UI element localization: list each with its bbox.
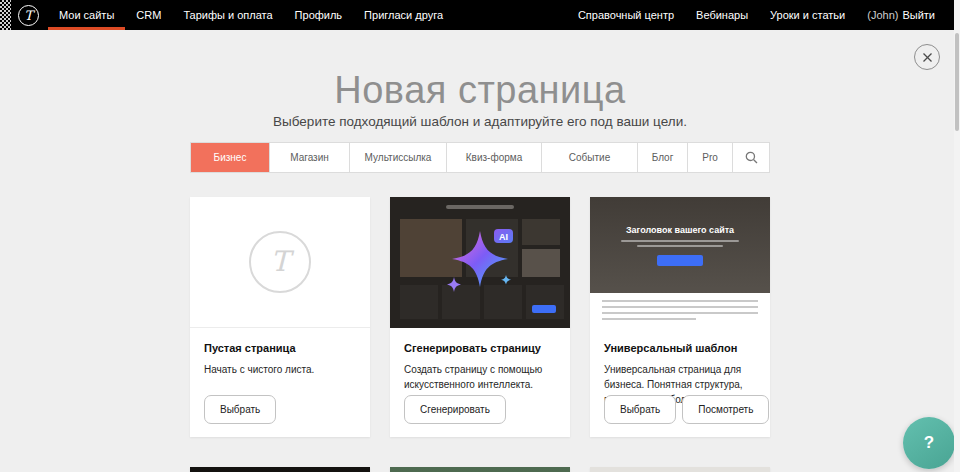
- tab-quiz-form[interactable]: Квиз-форма: [447, 143, 542, 172]
- preview-universal-button[interactable]: Посмотреть: [682, 395, 769, 424]
- nav-my-sites[interactable]: Мои сайты: [48, 0, 125, 30]
- card-title: Пустая страница: [204, 342, 356, 354]
- generate-button[interactable]: Сгенерировать: [404, 395, 506, 424]
- nav-webinars[interactable]: Вебинары: [685, 0, 759, 30]
- main-nav: Мои сайты CRM Тарифы и оплата Профиль Пр…: [48, 0, 454, 30]
- ai-preview-collage: AI: [390, 197, 570, 328]
- nav-profile[interactable]: Профиль: [284, 0, 354, 30]
- tab-store[interactable]: Магазин: [270, 143, 350, 172]
- text-placeholder-line: [621, 240, 739, 242]
- text-placeholder-line: [602, 318, 696, 320]
- tilda-mark-icon: T: [249, 231, 311, 293]
- template-card-blank: T Пустая страница Начать с чистого листа…: [190, 197, 370, 437]
- nav-invite-friend[interactable]: Пригласи друга: [353, 0, 454, 30]
- choose-universal-button[interactable]: Выбрать: [604, 395, 676, 424]
- template-hero-button: [657, 255, 703, 266]
- text-placeholder-line: [602, 306, 758, 308]
- ai-badge: AI: [494, 229, 513, 243]
- ai-generate-preview[interactable]: AI: [390, 197, 570, 328]
- template-hero-heading: Заголовок вашего сайта: [626, 225, 734, 235]
- scrollbar-thumb[interactable]: [955, 33, 959, 131]
- template-preview-image: [190, 467, 370, 472]
- template-card-partial[interactable]: [190, 467, 370, 472]
- template-category-tabs: Бизнес Магазин Мультиссылка Квиз-форма С…: [190, 142, 770, 173]
- help-question-icon: ?: [924, 433, 934, 453]
- svg-text:AI: AI: [499, 232, 508, 242]
- nav-pricing[interactable]: Тарифы и оплата: [172, 0, 283, 30]
- template-preview-image: [390, 467, 570, 472]
- page-subtitle: Выберите подходящий шаблон и адаптируйте…: [0, 114, 960, 130]
- template-text-block: [590, 293, 770, 328]
- nav-crm[interactable]: CRM: [125, 0, 172, 30]
- tab-event[interactable]: Событие: [542, 143, 638, 172]
- scrollbar-track[interactable]: [954, 0, 960, 472]
- page-title: Новая страница: [0, 72, 960, 108]
- tab-blog[interactable]: Блог: [638, 143, 688, 172]
- logout-label: Выйти: [902, 9, 935, 21]
- help-widget-button[interactable]: ?: [903, 417, 955, 469]
- text-placeholder-line: [602, 312, 758, 314]
- search-icon: [745, 151, 758, 164]
- tab-search[interactable]: [733, 143, 769, 172]
- card-description: Начать с чистого листа.: [204, 362, 356, 377]
- universal-template-preview[interactable]: Заголовок вашего сайта: [590, 197, 770, 328]
- card-title: Сгенерировать страницу: [404, 342, 556, 354]
- tilda-logo[interactable]: T: [18, 5, 39, 26]
- tab-pro[interactable]: Pro: [688, 143, 733, 172]
- blank-page-preview[interactable]: T: [190, 197, 370, 328]
- new-page-dialog: Новая страница Выберите подходящий шабло…: [0, 30, 960, 472]
- template-card-partial[interactable]: [390, 467, 570, 472]
- tab-business[interactable]: Бизнес: [191, 143, 270, 172]
- topbar: T Мои сайты CRM Тарифы и оплата Профиль …: [0, 0, 960, 30]
- secondary-nav: Справочный центр Вебинары Уроки и статьи…: [567, 0, 946, 30]
- text-placeholder-line: [637, 245, 723, 247]
- card-description: Создать страницу с помощью искусственног…: [404, 362, 556, 392]
- template-hero: Заголовок вашего сайта: [590, 197, 770, 293]
- nav-logout[interactable]: (John) Выйти: [856, 0, 946, 30]
- template-grid: T Пустая страница Начать с чистого листа…: [190, 197, 770, 472]
- close-dialog-button[interactable]: [914, 44, 940, 70]
- nav-help-center[interactable]: Справочный центр: [567, 0, 685, 30]
- account-name: (John): [867, 9, 898, 21]
- nav-lessons[interactable]: Уроки и статьи: [759, 0, 856, 30]
- template-preview-image: [590, 467, 770, 472]
- tab-multilink[interactable]: Мультиссылка: [350, 143, 447, 172]
- template-card-ai: AI Сгенерировать страницу Создать страни…: [390, 197, 570, 437]
- close-icon: [922, 52, 933, 63]
- choose-blank-button[interactable]: Выбрать: [204, 395, 276, 424]
- template-card-universal: Заголовок вашего сайта Универсальный шаб…: [590, 197, 770, 437]
- text-placeholder-line: [602, 300, 758, 302]
- template-card-partial[interactable]: [590, 467, 770, 472]
- pattern-decoration: [0, 0, 11, 30]
- logo-letter: T: [24, 9, 33, 22]
- card-title: Универсальный шаблон: [604, 342, 756, 354]
